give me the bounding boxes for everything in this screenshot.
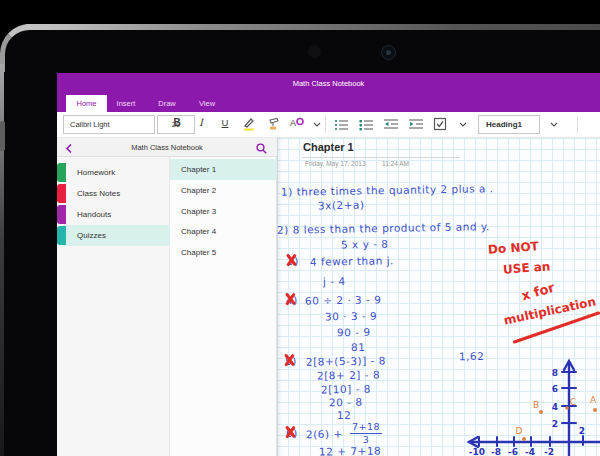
section-color-tab xyxy=(57,226,66,245)
ink-line: 60 ÷ 2 · 3 - 9 xyxy=(305,293,382,306)
page-title: Chapter 1 xyxy=(303,141,354,153)
section-label: Handouts xyxy=(77,204,111,225)
section-label: Class Notes xyxy=(77,183,120,204)
ink-line: 12 xyxy=(337,409,352,421)
font-name-select[interactable]: Calibri Light xyxy=(63,115,155,134)
ink-text-underlined: 7+18 xyxy=(350,444,381,456)
fraction-denominator: 3 xyxy=(363,434,370,445)
ink-line: 2[8+(5-3)] - 8 xyxy=(306,354,386,367)
tab-home[interactable]: Home xyxy=(66,95,107,112)
font-color-button[interactable]: A xyxy=(289,117,305,133)
section-homework[interactable]: Homework xyxy=(57,162,170,183)
red-warning-line: multiplication xyxy=(503,294,598,327)
page-time: 11:24 AM xyxy=(382,160,409,167)
tablet-corner xyxy=(0,24,48,72)
page-label: Chapter 5 xyxy=(181,242,216,263)
ink-line: 2) 8 less than the product of 5 and y. xyxy=(277,220,490,236)
camera-dot xyxy=(381,45,396,60)
todo-checkbox-icon[interactable] xyxy=(432,117,448,133)
page-chapter-1[interactable]: Chapter 1 xyxy=(170,159,277,180)
page-chapter-3[interactable]: Chapter 3 xyxy=(170,201,277,222)
x-tick-label: -8 xyxy=(491,447,501,456)
point-A-dot xyxy=(593,408,597,412)
tab-draw[interactable]: Draw xyxy=(158,95,176,112)
ink-line: 81 xyxy=(351,341,366,353)
x-tick-label: -10 xyxy=(469,447,485,456)
red-warning-line: x for xyxy=(520,280,557,304)
y-tick-label: 2 xyxy=(552,419,558,429)
format-painter-icon[interactable] xyxy=(265,117,281,133)
chevron-down-icon[interactable] xyxy=(309,117,325,133)
tab-insert[interactable]: Insert xyxy=(117,95,136,112)
page-title-underline xyxy=(302,157,460,158)
chevron-down-icon[interactable] xyxy=(546,117,562,133)
app-titlebar: Math Class Notebook xyxy=(57,73,600,95)
increase-indent-icon[interactable] xyxy=(408,117,424,133)
numbered-list-icon[interactable] xyxy=(358,117,374,133)
bold-button[interactable]: B xyxy=(169,117,185,133)
tab-view[interactable]: View xyxy=(199,95,215,112)
ink-text: 12 + xyxy=(319,445,351,456)
red-cross-icon xyxy=(285,253,297,266)
section-label: Homework xyxy=(77,162,115,183)
sensor-dot xyxy=(308,45,321,58)
point-B-dot xyxy=(539,410,543,414)
ink-line: 4 fewer than j. xyxy=(310,254,394,267)
section-color-tab xyxy=(57,163,66,182)
ink-line: 3x(2+a) xyxy=(318,199,365,212)
font-color-swirl-icon xyxy=(296,117,304,126)
page-date: Friday, May 17, 2013 xyxy=(305,160,366,167)
tablet-side-button xyxy=(0,121,5,151)
pages-list: Chapter 1 Chapter 2 Chapter 3 Chapter 4 … xyxy=(170,157,277,456)
ink-line: 2[10] - 8 xyxy=(321,383,371,396)
page-label: Chapter 2 xyxy=(181,180,216,201)
red-warning-line: USE an xyxy=(503,259,551,276)
section-class-notes[interactable]: Class Notes xyxy=(57,183,170,204)
note-canvas[interactable]: Chapter 1 Friday, May 17, 2013 11:24 AM … xyxy=(277,138,600,456)
underline-button[interactable]: U xyxy=(217,117,233,133)
ink-line: 90 - 9 xyxy=(337,326,371,339)
point-D-dot xyxy=(522,437,526,441)
y-tick-label: 4 xyxy=(552,402,558,412)
ink-fraction: 7+18 3 xyxy=(350,421,382,445)
point-C-dot xyxy=(565,406,569,410)
y-tick-label: 8 xyxy=(552,368,558,378)
ink-line: 2(6) + xyxy=(306,428,343,441)
ink-line: 5 x y - 8 xyxy=(341,238,389,251)
ink-line: j - 4 xyxy=(323,275,346,287)
ink-line: 2[8+ 2] - 8 xyxy=(317,368,380,381)
ink-line: 20 - 8 xyxy=(329,396,363,409)
page-chapter-5[interactable]: Chapter 5 xyxy=(170,242,277,263)
notebook-panel-header: Math Class Notebook xyxy=(57,138,277,157)
section-color-tab xyxy=(57,205,66,224)
section-quizzes[interactable]: Quizzes xyxy=(57,225,170,246)
x-tick-label: 2 xyxy=(579,426,585,436)
style-select[interactable]: Heading1 xyxy=(478,115,540,134)
point-label: D xyxy=(516,426,523,436)
x-tick-label: -2 xyxy=(544,447,554,456)
screenshot-stage: Math Class Notebook Home Insert Draw Vie… xyxy=(0,0,600,456)
red-cross-icon xyxy=(284,425,296,438)
italic-button[interactable]: I xyxy=(193,117,209,133)
x-tick-label: -6 xyxy=(508,447,518,456)
page-chapter-4[interactable]: Chapter 4 xyxy=(170,221,277,242)
red-cross-icon xyxy=(283,353,295,366)
ribbon-toolbar: Calibri Light 20 B I U A xyxy=(57,112,600,138)
decrease-indent-icon[interactable] xyxy=(383,117,399,133)
ink-line: 12 + 7+18 xyxy=(319,444,381,456)
section-handouts[interactable]: Handouts xyxy=(57,204,170,225)
bullet-list-icon[interactable] xyxy=(333,117,349,133)
red-cross-icon xyxy=(284,292,296,305)
point-label: B xyxy=(533,400,539,410)
point-label: A xyxy=(590,395,597,405)
page-label: Chapter 1 xyxy=(181,159,216,180)
tablet-top-edge xyxy=(26,24,600,30)
coordinate-graph: 8 6 4 2 -10 -8 -6 -4 -2 2 xyxy=(455,348,600,456)
ribbon-tab-row: Home Insert Draw View xyxy=(57,95,600,112)
x-tick-label: -4 xyxy=(525,447,535,456)
search-icon[interactable] xyxy=(253,141,269,157)
ink-line: 30 · 3 - 9 xyxy=(325,310,377,323)
page-chapter-2[interactable]: Chapter 2 xyxy=(170,180,277,201)
highlighter-icon[interactable] xyxy=(241,117,257,133)
chevron-down-icon[interactable] xyxy=(455,117,471,133)
